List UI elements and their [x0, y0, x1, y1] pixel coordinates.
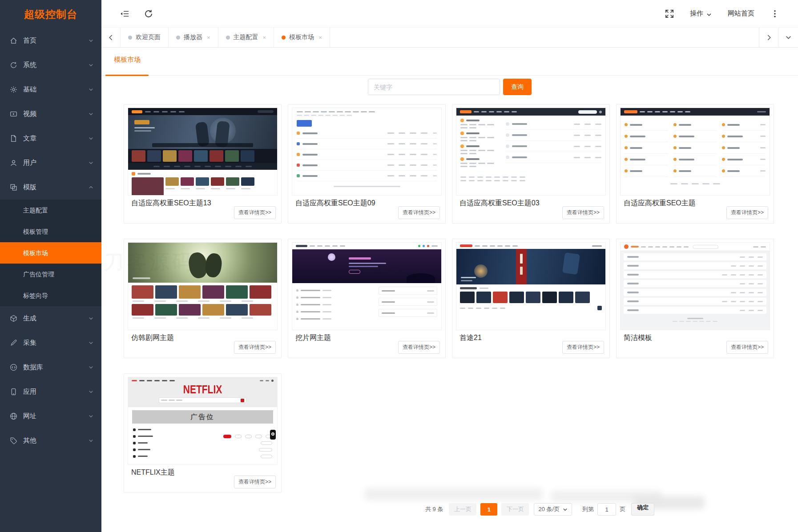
view-detail-button[interactable]: 查看详情页>>: [562, 341, 604, 354]
page-size-select[interactable]: 20 条/页: [534, 503, 572, 516]
sidebar-item-article[interactable]: 文章: [0, 126, 101, 151]
keyword-input[interactable]: [368, 79, 500, 95]
system-icon: [10, 61, 17, 69]
chevron-down-icon: [89, 112, 93, 116]
template-grid: 自适应高权重SEO主题13查看详情页>>自适应高权重SEO主题09查看详情页>>…: [124, 104, 774, 493]
tab-bar: 欢迎页面播放器×主题配置×模板市场×: [101, 27, 798, 48]
tab-player[interactable]: 播放器×: [168, 28, 218, 47]
refresh-icon[interactable]: [144, 9, 153, 18]
subtab-template-market[interactable]: 模板市场: [114, 56, 141, 64]
chevron-up-icon: [89, 185, 93, 190]
topbar-right: 操作 网站首页: [665, 9, 779, 18]
current-page-button[interactable]: 1: [480, 503, 497, 516]
template-card: 简洁模板查看详情页>>: [616, 239, 774, 358]
pagination: 共 9 条 上一页 1 下一页 20 条/页 到第 页 确定: [425, 503, 654, 516]
sidebar-item-website[interactable]: 网址: [0, 404, 101, 428]
template-thumbnail: NETFLIX广告位: [128, 377, 278, 465]
tab-menu-chevron-icon[interactable]: [778, 28, 798, 47]
template-thumbnail: [456, 242, 606, 330]
page-size-value: 20 条/页: [538, 505, 560, 513]
template-title: 自适应高权重SEO主题13: [131, 199, 211, 208]
close-icon[interactable]: ×: [318, 34, 322, 41]
site-home-link[interactable]: 网站首页: [728, 9, 754, 18]
template-title: 挖片网主题: [295, 333, 331, 343]
fullscreen-icon[interactable]: [665, 9, 674, 18]
sidebar-item-app[interactable]: 应用: [0, 380, 101, 404]
search-button[interactable]: 查询: [503, 79, 532, 95]
template-thumbnail: [456, 108, 606, 196]
template-thumbnail: [292, 242, 442, 330]
sidebar-item-template-market[interactable]: 模板市场: [0, 242, 101, 264]
article-icon: [10, 135, 17, 142]
main-area: 操作 网站首页 欢迎页面播放器×主题配置×模板市场× 模: [101, 0, 798, 532]
chevron-down-icon: [706, 11, 712, 16]
view-detail-button[interactable]: 查看详情页>>: [726, 341, 768, 354]
goto-suffix-label: 页: [620, 505, 625, 513]
chevron-down-icon: [89, 365, 93, 370]
sidebar-item-label: 生成: [23, 314, 36, 323]
tab-scroll-right-icon[interactable]: [759, 28, 778, 47]
sidebar-item-label: 应用: [23, 388, 36, 396]
view-detail-button[interactable]: 查看详情页>>: [234, 206, 276, 219]
view-detail-button[interactable]: 查看详情页>>: [234, 476, 276, 488]
tab-label: 模板市场: [289, 33, 314, 41]
more-options-icon[interactable]: [770, 9, 779, 18]
view-detail-button[interactable]: 查看详情页>>: [398, 206, 440, 219]
template-icon: [10, 184, 17, 191]
phone-glyph: [270, 430, 276, 440]
prev-page-button[interactable]: 上一页: [449, 503, 476, 516]
template-title: 自适应高权重SEO主题03: [459, 199, 540, 208]
confirm-button[interactable]: 确定: [631, 503, 654, 516]
goto-page-input[interactable]: [597, 503, 616, 516]
operate-dropdown[interactable]: 操作: [690, 9, 712, 18]
template-thumbnail: [620, 242, 770, 330]
sidebar-item-video[interactable]: 视频: [0, 102, 101, 126]
template-title: NETFLIX主题: [131, 468, 175, 477]
tab-template-market[interactable]: 模板市场×: [274, 28, 330, 47]
tab-welcome[interactable]: 欢迎页面: [120, 28, 169, 47]
chevron-down-icon: [89, 160, 93, 165]
view-detail-button[interactable]: 查看详情页>>: [562, 206, 604, 219]
sidebar-item-home[interactable]: 首页: [0, 28, 101, 53]
view-detail-button[interactable]: 查看详情页>>: [234, 341, 276, 354]
sidebar-item-basic[interactable]: 基础: [0, 77, 101, 102]
tab-label: 播放器: [184, 33, 202, 41]
sidebar-item-database[interactable]: 数据库: [0, 355, 101, 380]
tab-status-dot: [128, 36, 132, 40]
sidebar-item-template-manage[interactable]: 模板管理: [0, 221, 101, 242]
collapse-menu-icon[interactable]: [120, 9, 129, 18]
next-page-button[interactable]: 下一页: [501, 503, 529, 516]
sidebar-item-template[interactable]: 模版: [0, 175, 101, 200]
sidebar-item-system[interactable]: 系统: [0, 53, 101, 77]
sidebar-item-theme-config[interactable]: 主题配置: [0, 200, 101, 221]
view-detail-button[interactable]: 查看详情页>>: [398, 341, 440, 354]
tab-label: 主题配置: [234, 33, 258, 41]
close-icon[interactable]: ×: [207, 34, 210, 41]
sidebar-item-label: 模版: [23, 183, 36, 192]
tab-scroll-left-icon[interactable]: [101, 28, 120, 47]
tab-status-dot: [176, 36, 180, 40]
chevron-down-icon: [89, 87, 93, 92]
sidebar-item-user[interactable]: 用户: [0, 151, 101, 175]
template-title: 仿韩剧网主题: [131, 333, 174, 343]
sidebar-item-generate[interactable]: 生成: [0, 306, 101, 331]
template-card: 自适应高权重SEO主题查看详情页>>: [616, 104, 774, 224]
subtab-active-underline: [105, 75, 149, 76]
tab-label: 欢迎页面: [136, 33, 161, 41]
chevron-down-icon: [89, 316, 93, 321]
template-card: 自适应高权重SEO主题09查看详情页>>: [288, 104, 446, 224]
sidebar-nav: 首页系统基础视频文章用户模版主题配置模板管理模板市场广告位管理标签向导生成采集数…: [0, 28, 101, 453]
sidebar-item-label: 用户: [23, 159, 36, 167]
sidebar-item-collect[interactable]: 采集: [0, 331, 101, 355]
sidebar-item-tag-wizard[interactable]: 标签向导: [0, 285, 101, 306]
goto-prefix-label: 到第: [582, 505, 594, 513]
tab-theme-config[interactable]: 主题配置×: [218, 28, 274, 47]
sidebar-item-other[interactable]: 其他: [0, 428, 101, 453]
close-icon[interactable]: ×: [263, 34, 266, 41]
sidebar-item-ad-manage[interactable]: 广告位管理: [0, 264, 101, 285]
view-detail-button[interactable]: 查看详情页>>: [726, 206, 768, 219]
database-icon: [10, 364, 17, 371]
chevron-down-icon: [89, 38, 93, 43]
chevron-down-icon: [563, 507, 568, 512]
sidebar-item-label: 采集: [23, 339, 36, 347]
